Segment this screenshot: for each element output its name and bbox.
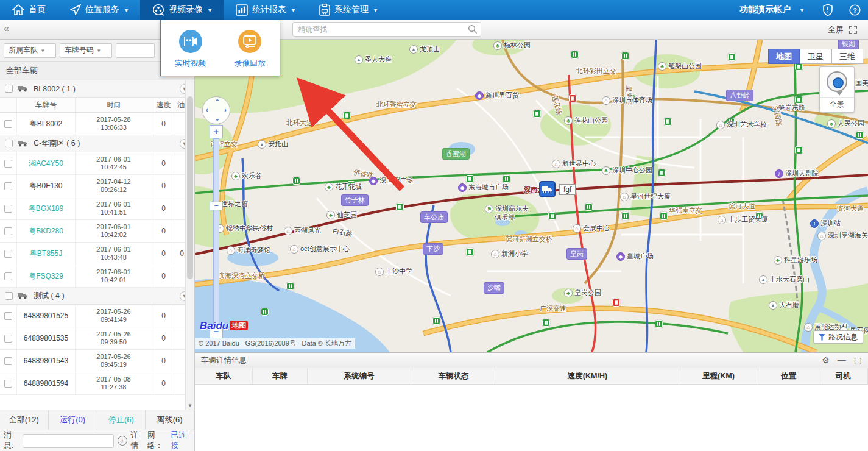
status-tab-4[interactable]: 离线(6)	[146, 410, 194, 430]
vehicle-row[interactable]: 648898015252017-05-2609:41:490	[0, 305, 194, 327]
message-input[interactable]	[23, 434, 114, 448]
map-pan-control[interactable]: ⌃ ⌄ ‹ ›	[202, 96, 230, 124]
metro-interchange-icon[interactable]	[569, 94, 577, 102]
details-column-header[interactable]: 车牌	[253, 368, 308, 384]
metro-station-icon[interactable]	[503, 175, 510, 183]
metro-interchange-icon[interactable]	[612, 299, 620, 307]
zoom-in-button[interactable]: +	[210, 125, 223, 138]
search-icon[interactable]	[465, 24, 481, 34]
details-column-header[interactable]: 车队	[195, 368, 253, 384]
vehicle-plate[interactable]: 粤B0F130	[17, 175, 76, 197]
group-checkbox[interactable]	[5, 292, 13, 300]
vehicle-checkbox[interactable]	[4, 335, 12, 343]
help-button[interactable]: ?	[841, 4, 868, 16]
vehicle-row[interactable]: 湘AC4Y502017-06-0110:42:450	[0, 152, 194, 175]
vehicle-marker[interactable]	[539, 181, 556, 197]
metro-station-icon[interactable]	[261, 308, 269, 316]
details-column-header[interactable]: 系统编号	[308, 368, 411, 384]
nav-item-1[interactable]: 首页	[0, 0, 58, 20]
metro-station-icon[interactable]	[655, 320, 663, 328]
metro-station-icon[interactable]	[621, 212, 629, 220]
metro-station-icon[interactable]	[533, 110, 541, 118]
nav-item-4[interactable]: 统计报表▾	[224, 0, 307, 20]
pan-down-icon[interactable]: ⌄	[214, 115, 220, 123]
metro-station-icon[interactable]	[286, 282, 294, 290]
zoom-slider-handle[interactable]: −	[210, 202, 223, 210]
vehicle-row[interactable]: 粤BGX1892017-06-0110:41:510	[0, 197, 194, 220]
vehicle-row[interactable]: 648898015352017-05-2609:39:500	[0, 327, 194, 350]
vehicle-plate[interactable]: 64889801525	[17, 305, 76, 327]
pan-right-icon[interactable]: ›	[224, 106, 227, 113]
metro-station-icon[interactable]	[343, 112, 351, 119]
vehicle-plate[interactable]: 64889801535	[17, 327, 76, 349]
metro-station-icon[interactable]	[585, 203, 593, 211]
metro-station-icon[interactable]	[856, 131, 864, 139]
vehicle-plate[interactable]: 湘AC4Y50	[17, 152, 76, 174]
maximize-icon[interactable]: ▢	[854, 355, 862, 365]
vehicle-checkbox[interactable]	[4, 272, 12, 280]
vehicle-row[interactable]: 粤BL80022017-05-2813:06:330	[0, 113, 194, 135]
metro-station-icon[interactable]	[542, 319, 550, 327]
metro-station-icon[interactable]	[432, 317, 440, 325]
vehicle-plate[interactable]: 粤BL8002	[17, 113, 76, 135]
details-column-header[interactable]: 里程(KM)	[679, 368, 758, 384]
sidebar-collapse-button[interactable]: «	[4, 23, 9, 34]
traffic-info-button[interactable]: 路况信息	[813, 330, 863, 344]
scrollbar-thumb[interactable]	[187, 96, 193, 279]
zoom-slider-track[interactable]	[213, 138, 219, 325]
vehicle-checkbox[interactable]	[4, 357, 12, 365]
search-input[interactable]	[293, 25, 465, 34]
vehicle-checkbox[interactable]	[4, 182, 12, 190]
metro-station-icon[interactable]	[621, 52, 629, 60]
vehicle-checkbox[interactable]	[4, 160, 12, 168]
plate-search-input[interactable]	[116, 43, 155, 58]
vehicle-row[interactable]: 粤FSQ3292017-06-0110:42:010	[0, 265, 194, 288]
detail-label[interactable]: 详情	[131, 430, 144, 451]
pan-left-icon[interactable]: ‹	[206, 106, 208, 113]
metro-station-icon[interactable]	[571, 51, 579, 59]
group-checkbox[interactable]	[5, 140, 13, 147]
panorama-widget[interactable]: 全景	[819, 66, 855, 113]
nav-item-3[interactable]: 视频录像▾	[140, 0, 224, 20]
vehicle-group-row[interactable]: BL8002 ( 1 )▼	[0, 80, 194, 98]
pan-up-icon[interactable]: ⌃	[214, 98, 220, 106]
vehicle-plate[interactable]: 64889801543	[17, 350, 76, 372]
metro-station-icon[interactable]	[658, 169, 666, 177]
info-icon[interactable]: i	[118, 436, 127, 446]
metro-station-icon[interactable]	[466, 175, 474, 183]
metro-station-icon[interactable]	[728, 53, 736, 61]
details-column-header[interactable]: 位置	[758, 368, 819, 384]
metro-station-icon[interactable]	[466, 248, 474, 256]
fullscreen-button[interactable]: 全屏	[828, 24, 857, 35]
metro-station-icon[interactable]	[795, 146, 803, 154]
vehicle-checkbox[interactable]	[4, 250, 12, 258]
metro-station-icon[interactable]	[548, 212, 556, 220]
status-tab-2[interactable]: 运行(0)	[49, 410, 97, 430]
vehicle-row[interactable]: 648898015432017-05-2609:45:190	[0, 350, 194, 372]
menu-item-video-playback[interactable]: 录像回放	[234, 30, 266, 69]
security-button[interactable]	[814, 4, 841, 16]
status-tab-3[interactable]: 停止(6)	[97, 410, 146, 430]
vehicle-checkbox[interactable]	[4, 120, 12, 128]
fleet-filter-select[interactable]: 所属车队▾	[4, 43, 56, 58]
vehicle-plate[interactable]: 粤FSQ329	[17, 265, 76, 287]
plate-filter-select[interactable]: 车牌号码▾	[60, 43, 112, 58]
map-type-button-2[interactable]: 卫星	[800, 49, 831, 64]
status-tab-1[interactable]: 全部(12)	[0, 410, 49, 430]
minimize-icon[interactable]: —	[838, 355, 846, 365]
vehicle-plate[interactable]: 粤BKD280	[17, 220, 76, 242]
details-column-header[interactable]: 车辆状态	[411, 368, 496, 384]
group-checkbox[interactable]	[5, 85, 13, 93]
metro-station-icon[interactable]	[396, 203, 404, 211]
nav-item-5[interactable]: 系统管理▾	[307, 0, 389, 20]
vehicle-plate[interactable]: 粤BT855J	[17, 243, 76, 265]
vehicle-list-scrollbar[interactable]: ▼	[185, 80, 194, 410]
vehicle-checkbox[interactable]	[4, 227, 12, 235]
vehicle-checkbox[interactable]	[4, 312, 12, 320]
map-area[interactable]: ▲龙顶山▲圣人大座♣梅林公园银湖北环彩田立交◆新世界百货♣笔架山公园八卦岭皇岗路…	[195, 40, 868, 352]
vehicle-plate[interactable]: 64889801594	[17, 372, 76, 394]
metro-station-icon[interactable]	[664, 118, 672, 126]
menu-item-live-video[interactable]: 实时视频	[175, 30, 206, 69]
vehicle-plate[interactable]: 粤BGX189	[17, 197, 76, 219]
map-type-button-1[interactable]: 地图	[768, 49, 800, 64]
